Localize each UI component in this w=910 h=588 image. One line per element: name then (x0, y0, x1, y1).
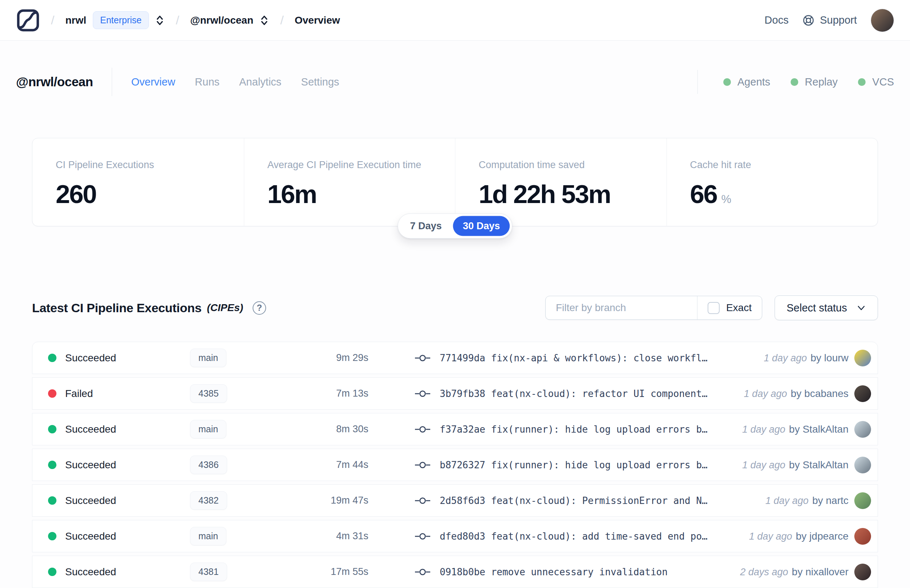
author-label: by nixallover (792, 566, 849, 578)
avatar[interactable] (854, 457, 871, 473)
branch-badge[interactable]: main (190, 349, 226, 367)
exact-match-segment: Exact (697, 296, 762, 320)
cipes-filters: Exact Select status (545, 296, 878, 320)
status-dot-icon (48, 354, 57, 362)
status-label: Succeeded (65, 352, 116, 364)
commit-message: b8726327 fix(runner): hide log upload er… (440, 460, 708, 470)
support-link[interactable]: Support (802, 14, 857, 27)
commit-cell[interactable]: f37a32ae fix(runner): hide log upload er… (369, 424, 742, 435)
time-ago: 1 day ago (742, 424, 786, 435)
cipes-section-header: Latest CI Pipeline Executions (CIPEs) ? … (32, 296, 878, 320)
stat-label: Cache hit rate (690, 159, 878, 171)
avatar[interactable] (854, 421, 871, 438)
table-row[interactable]: Succeeded 4382 19m 47s 2d58f6d3 feat(nx-… (32, 484, 878, 517)
duration-label: 7m 44s (336, 459, 369, 470)
tab-settings[interactable]: Settings (301, 76, 339, 88)
avatar[interactable] (854, 564, 871, 580)
time-ago: 1 day ago (742, 460, 786, 471)
status-label: Succeeded (65, 566, 116, 578)
commit-cell[interactable]: 3b79fb38 feat(nx-cloud): refactor UI com… (369, 388, 744, 399)
git-commit-icon (415, 389, 430, 398)
status-dot-icon (790, 78, 798, 86)
legend-item-vcs[interactable]: VCS (858, 76, 894, 88)
legend-item-agents[interactable]: Agents (723, 76, 770, 88)
git-commit-icon (415, 460, 430, 469)
workspace-header: @nrwl/ocean Overview Runs Analytics Sett… (0, 41, 910, 588)
commit-cell[interactable]: b8726327 fix(runner): hide log upload er… (369, 460, 742, 470)
table-row[interactable]: Succeeded main 4m 31s dfed80d3 feat(nx-c… (32, 520, 878, 552)
status-cell: Succeeded (48, 423, 190, 435)
status-label: Failed (65, 388, 93, 399)
commit-message: dfed80d3 feat(nx-cloud): add time-saved … (440, 531, 708, 542)
status-dot-icon (48, 568, 57, 576)
table-row[interactable]: Succeeded 4386 7m 44s b8726327 fix(runne… (32, 449, 878, 481)
branch-badge[interactable]: main (190, 420, 226, 438)
table-row[interactable]: Succeeded main 9m 29s 771499da fix(nx-ap… (32, 342, 878, 374)
exact-label[interactable]: Exact (726, 302, 752, 313)
breadcrumb-separator: / (176, 13, 179, 27)
table-row[interactable]: Succeeded 4381 17m 55s 0918b0be remove u… (32, 556, 878, 588)
stat-card-average-execution-time: Average CI Pipeline Execution time 16m (244, 138, 455, 226)
breadcrumb-page: Overview (294, 15, 340, 26)
enterprise-badge[interactable]: Enterprise (93, 11, 149, 29)
meta-cell: 1 day ago by nartc (766, 495, 849, 507)
branch-badge[interactable]: 4386 (190, 456, 227, 474)
tab-overview[interactable]: Overview (131, 76, 175, 88)
status-cell: Succeeded (48, 495, 190, 507)
lifebuoy-icon (802, 14, 815, 27)
branch-filter-input[interactable] (546, 296, 697, 320)
commit-cell[interactable]: 2d58f6d3 feat(nx-cloud): PermissionError… (369, 495, 766, 506)
status-dot-icon (48, 532, 57, 540)
avatar[interactable] (854, 350, 871, 367)
legend-label: Agents (737, 76, 770, 88)
tab-analytics[interactable]: Analytics (239, 76, 281, 88)
branch-badge[interactable]: 4381 (190, 562, 227, 581)
table-row[interactable]: Succeeded main 8m 30s f37a32ae fix(runne… (32, 413, 878, 445)
git-commit-icon (415, 354, 430, 362)
avatar[interactable] (854, 385, 871, 402)
workspace-switcher-chevron-icon[interactable] (259, 14, 269, 27)
stat-card-computation-time-saved: Computation time saved 1d 22h 53m (455, 138, 666, 226)
status-label: Succeeded (65, 495, 116, 507)
legend-label: VCS (872, 76, 894, 88)
docs-link[interactable]: Docs (765, 14, 789, 26)
user-avatar[interactable] (871, 9, 894, 32)
git-commit-icon (415, 532, 430, 541)
stat-card-cache-hit-rate: Cache hit rate 66% (666, 138, 878, 226)
range-30-days-button[interactable]: 30 Days (453, 216, 509, 236)
time-ago: 2 days ago (740, 567, 788, 578)
branch-badge[interactable]: 4385 (190, 384, 227, 403)
commit-message: f37a32ae fix(runner): hide log upload er… (440, 424, 708, 435)
time-ago: 1 day ago (744, 388, 787, 399)
breadcrumb-workspace[interactable]: @nrwl/ocean (190, 15, 253, 26)
breadcrumb-org[interactable]: nrwl (65, 15, 86, 26)
org-switcher-chevron-icon[interactable] (155, 14, 165, 27)
branch-badge[interactable]: main (190, 527, 226, 546)
help-icon[interactable]: ? (253, 301, 266, 315)
author-label: by nartc (812, 495, 849, 507)
select-status-dropdown[interactable]: Select status (774, 296, 878, 320)
tab-runs[interactable]: Runs (195, 76, 220, 88)
avatar[interactable] (854, 528, 871, 545)
table-row[interactable]: Failed 4385 7m 13s 3b79fb38 feat(nx-clou… (32, 377, 878, 410)
legend-item-replay[interactable]: Replay (790, 76, 837, 88)
range-7-days-button[interactable]: 7 Days (400, 216, 451, 236)
duration-label: 7m 13s (336, 388, 369, 399)
branch-badge[interactable]: 4382 (190, 491, 227, 510)
section-title: Latest CI Pipeline Executions (32, 301, 202, 315)
commit-cell[interactable]: dfed80d3 feat(nx-cloud): add time-saved … (369, 531, 749, 542)
commit-cell[interactable]: 0918b0be remove unnecessary invalidation (369, 567, 740, 577)
date-range-toggle: 7 Days 30 Days (398, 213, 512, 239)
status-dot-icon (723, 78, 731, 86)
git-commit-icon (415, 496, 430, 505)
stat-value: 1d 22h 53m (478, 179, 611, 209)
commit-cell[interactable]: 771499da fix(nx-api & workflows): close … (369, 352, 764, 363)
avatar[interactable] (854, 492, 871, 509)
meta-cell: 1 day ago by StalkAltan (742, 423, 849, 435)
exact-checkbox[interactable] (708, 302, 719, 314)
nx-cloud-logo-icon[interactable] (16, 8, 40, 32)
select-status-label: Select status (787, 302, 847, 314)
author-label: by bcabanes (790, 388, 849, 399)
status-dot-icon (48, 389, 57, 398)
status-label: Succeeded (65, 459, 116, 471)
